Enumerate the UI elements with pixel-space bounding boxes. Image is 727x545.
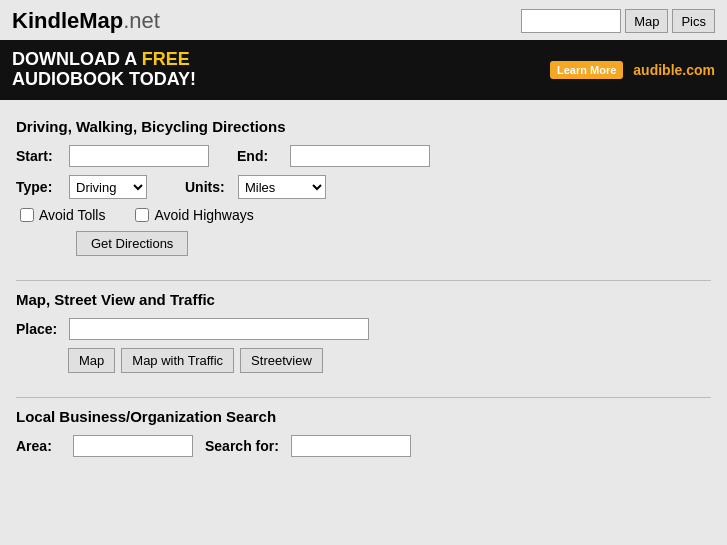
header-map-button[interactable]: Map — [625, 9, 668, 33]
local-section: Local Business/Organization Search Area:… — [16, 408, 711, 477]
banner-free: FREE — [142, 49, 190, 69]
start-label: Start: — [16, 148, 61, 164]
directions-section: Driving, Walking, Bicycling Directions S… — [16, 118, 711, 272]
avoid-options-row: Avoid Tolls Avoid Highways — [20, 207, 711, 223]
local-section-title: Local Business/Organization Search — [16, 408, 711, 425]
header-search-input[interactable] — [521, 9, 621, 33]
units-label: Units: — [185, 179, 230, 195]
get-directions-button[interactable]: Get Directions — [76, 231, 188, 256]
divider-2 — [16, 397, 711, 398]
avoid-highways-item: Avoid Highways — [135, 207, 253, 223]
banner-line2: AUDIOBOOK TODAY! — [12, 69, 196, 89]
avoid-highways-checkbox[interactable] — [135, 208, 149, 222]
area-label: Area: — [16, 438, 61, 454]
main-content: Driving, Walking, Bicycling Directions S… — [0, 100, 727, 487]
units-select[interactable]: Miles Kilometers — [238, 175, 326, 199]
banner-right: Learn More audible.com — [550, 61, 715, 79]
banner-text: DOWNLOAD A FREE AUDIOBOOK TODAY! — [12, 50, 196, 90]
map-section-title: Map, Street View and Traffic — [16, 291, 711, 308]
avoid-highways-label: Avoid Highways — [154, 207, 253, 223]
logo-ext: .net — [123, 8, 160, 33]
area-input[interactable] — [73, 435, 193, 457]
avoid-tolls-item: Avoid Tolls — [20, 207, 105, 223]
type-label: Type: — [16, 179, 61, 195]
header: KindleMap.net Map Pics — [0, 0, 727, 40]
place-label: Place: — [16, 321, 61, 337]
ad-banner: DOWNLOAD A FREE AUDIOBOOK TODAY! Learn M… — [0, 40, 727, 100]
page-wrapper: KindleMap.net Map Pics DOWNLOAD A FREE A… — [0, 0, 727, 545]
map-buttons-row: Map Map with Traffic Streetview — [68, 348, 711, 373]
end-label: End: — [237, 148, 282, 164]
map-with-traffic-button[interactable]: Map with Traffic — [121, 348, 234, 373]
audible-brand: audible.com — [633, 62, 715, 78]
get-directions-row: Get Directions — [16, 231, 711, 256]
avoid-tolls-label: Avoid Tolls — [39, 207, 105, 223]
start-end-row: Start: End: — [16, 145, 711, 167]
place-input[interactable] — [69, 318, 369, 340]
search-for-input[interactable] — [291, 435, 411, 457]
type-units-row: Type: Driving Walking Bicycling Units: M… — [16, 175, 711, 199]
search-for-label: Search for: — [205, 438, 279, 454]
map-button[interactable]: Map — [68, 348, 115, 373]
banner-line1: DOWNLOAD A FREE — [12, 49, 190, 69]
start-input[interactable] — [69, 145, 209, 167]
place-row: Place: — [16, 318, 711, 340]
header-search-area: Map Pics — [521, 9, 715, 33]
header-pics-button[interactable]: Pics — [672, 9, 715, 33]
divider-1 — [16, 280, 711, 281]
type-select[interactable]: Driving Walking Bicycling — [69, 175, 147, 199]
logo: KindleMap.net — [12, 8, 160, 34]
local-search-row: Area: Search for: — [16, 435, 711, 457]
directions-title: Driving, Walking, Bicycling Directions — [16, 118, 711, 135]
streetview-button[interactable]: Streetview — [240, 348, 323, 373]
avoid-tolls-checkbox[interactable] — [20, 208, 34, 222]
end-input[interactable] — [290, 145, 430, 167]
learn-more-button[interactable]: Learn More — [550, 61, 623, 79]
logo-main: KindleMap — [12, 8, 123, 33]
map-section: Map, Street View and Traffic Place: Map … — [16, 291, 711, 389]
